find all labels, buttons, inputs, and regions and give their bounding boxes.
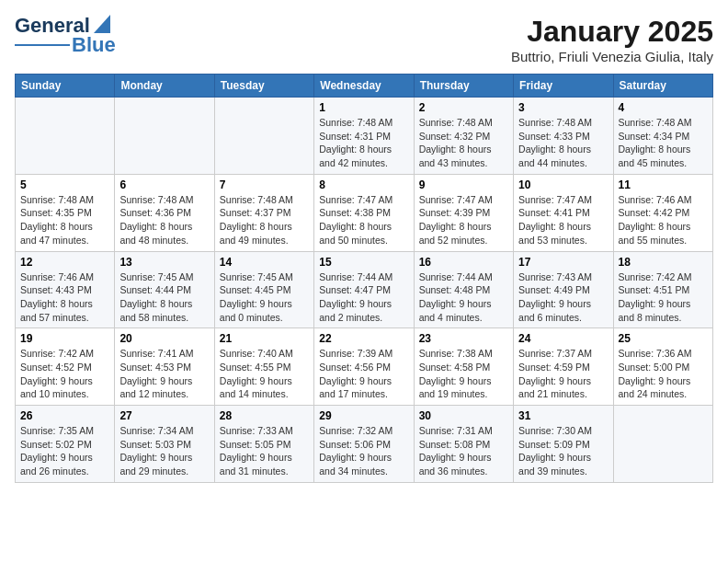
day-number: 7 xyxy=(220,178,309,191)
table-row: 12Sunrise: 7:46 AM Sunset: 4:43 PM Dayli… xyxy=(16,251,115,328)
page-header: General Blue January 2025 Buttrio, Friul… xyxy=(15,15,713,64)
col-saturday: Saturday xyxy=(613,75,712,98)
table-row: 10Sunrise: 7:47 AM Sunset: 4:41 PM Dayli… xyxy=(514,174,613,251)
day-detail: Sunrise: 7:48 AM Sunset: 4:33 PM Dayligh… xyxy=(518,116,608,170)
table-row: 7Sunrise: 7:48 AM Sunset: 4:37 PM Daylig… xyxy=(214,174,313,251)
table-row: 29Sunrise: 7:32 AM Sunset: 5:06 PM Dayli… xyxy=(314,406,414,483)
table-row: 6Sunrise: 7:48 AM Sunset: 4:36 PM Daylig… xyxy=(115,174,214,251)
day-number: 30 xyxy=(419,409,508,422)
table-row: 17Sunrise: 7:43 AM Sunset: 4:49 PM Dayli… xyxy=(514,251,613,328)
day-detail: Sunrise: 7:48 AM Sunset: 4:36 PM Dayligh… xyxy=(119,193,209,247)
day-number: 3 xyxy=(518,101,608,114)
table-row: 22Sunrise: 7:39 AM Sunset: 4:56 PM Dayli… xyxy=(314,328,414,406)
day-number: 31 xyxy=(518,409,608,422)
day-number: 5 xyxy=(20,178,109,191)
table-row: 14Sunrise: 7:45 AM Sunset: 4:45 PM Dayli… xyxy=(214,251,313,328)
day-number: 11 xyxy=(619,178,708,191)
table-row: 8Sunrise: 7:47 AM Sunset: 4:38 PM Daylig… xyxy=(314,174,414,251)
day-detail: Sunrise: 7:48 AM Sunset: 4:32 PM Dayligh… xyxy=(419,116,508,170)
day-detail: Sunrise: 7:48 AM Sunset: 4:34 PM Dayligh… xyxy=(619,116,708,170)
day-number: 28 xyxy=(220,409,309,422)
logo-triangle-icon xyxy=(94,15,110,33)
table-row: 16Sunrise: 7:44 AM Sunset: 4:48 PM Dayli… xyxy=(414,251,513,328)
calendar-week-row: 5Sunrise: 7:48 AM Sunset: 4:35 PM Daylig… xyxy=(16,174,713,251)
day-detail: Sunrise: 7:48 AM Sunset: 4:37 PM Dayligh… xyxy=(220,193,309,247)
day-detail: Sunrise: 7:47 AM Sunset: 4:39 PM Dayligh… xyxy=(419,193,508,247)
day-detail: Sunrise: 7:47 AM Sunset: 4:41 PM Dayligh… xyxy=(518,193,608,247)
day-number: 15 xyxy=(319,256,408,269)
table-row: 5Sunrise: 7:48 AM Sunset: 4:35 PM Daylig… xyxy=(16,174,115,251)
table-row: 25Sunrise: 7:36 AM Sunset: 5:00 PM Dayli… xyxy=(613,328,712,406)
table-row: 27Sunrise: 7:34 AM Sunset: 5:03 PM Dayli… xyxy=(115,406,214,483)
svg-marker-0 xyxy=(94,15,110,33)
day-detail: Sunrise: 7:38 AM Sunset: 4:58 PM Dayligh… xyxy=(419,347,508,401)
table-row xyxy=(214,98,313,175)
col-tuesday: Tuesday xyxy=(214,75,313,98)
table-row: 21Sunrise: 7:40 AM Sunset: 4:55 PM Dayli… xyxy=(214,328,313,406)
day-detail: Sunrise: 7:37 AM Sunset: 4:59 PM Dayligh… xyxy=(518,347,608,401)
day-number: 27 xyxy=(119,409,209,422)
table-row: 15Sunrise: 7:44 AM Sunset: 4:47 PM Dayli… xyxy=(314,251,414,328)
col-friday: Friday xyxy=(514,75,613,98)
table-row: 23Sunrise: 7:38 AM Sunset: 4:58 PM Dayli… xyxy=(414,328,513,406)
day-detail: Sunrise: 7:45 AM Sunset: 4:44 PM Dayligh… xyxy=(119,270,209,325)
day-detail: Sunrise: 7:32 AM Sunset: 5:06 PM Dayligh… xyxy=(319,424,408,478)
table-row: 20Sunrise: 7:41 AM Sunset: 4:53 PM Dayli… xyxy=(115,328,214,406)
col-sunday: Sunday xyxy=(16,75,115,98)
table-row: 1Sunrise: 7:48 AM Sunset: 4:31 PM Daylig… xyxy=(314,98,414,175)
col-thursday: Thursday xyxy=(414,75,513,98)
table-row: 24Sunrise: 7:37 AM Sunset: 4:59 PM Dayli… xyxy=(514,328,613,406)
day-number: 24 xyxy=(518,332,608,345)
calendar-header-row: Sunday Monday Tuesday Wednesday Thursday… xyxy=(16,75,713,98)
day-detail: Sunrise: 7:46 AM Sunset: 4:42 PM Dayligh… xyxy=(619,193,708,247)
day-detail: Sunrise: 7:45 AM Sunset: 4:45 PM Dayligh… xyxy=(220,270,309,325)
day-number: 8 xyxy=(319,178,408,191)
calendar-title-block: January 2025 Buttrio, Friuli Venezia Giu… xyxy=(511,15,713,64)
table-row xyxy=(16,98,115,175)
day-number: 1 xyxy=(319,101,408,114)
table-row: 4Sunrise: 7:48 AM Sunset: 4:34 PM Daylig… xyxy=(613,98,712,175)
day-number: 18 xyxy=(619,256,708,269)
day-number: 21 xyxy=(220,332,309,345)
day-detail: Sunrise: 7:48 AM Sunset: 4:35 PM Dayligh… xyxy=(20,193,109,247)
table-row: 18Sunrise: 7:42 AM Sunset: 4:51 PM Dayli… xyxy=(613,251,712,328)
calendar-week-row: 26Sunrise: 7:35 AM Sunset: 5:02 PM Dayli… xyxy=(16,406,713,483)
day-detail: Sunrise: 7:35 AM Sunset: 5:02 PM Dayligh… xyxy=(20,424,109,478)
calendar-title: January 2025 xyxy=(511,15,713,49)
day-detail: Sunrise: 7:47 AM Sunset: 4:38 PM Dayligh… xyxy=(319,193,408,247)
day-detail: Sunrise: 7:46 AM Sunset: 4:43 PM Dayligh… xyxy=(20,270,109,325)
calendar-week-row: 19Sunrise: 7:42 AM Sunset: 4:52 PM Dayli… xyxy=(16,328,713,406)
day-number: 26 xyxy=(20,409,109,422)
day-number: 22 xyxy=(319,332,408,345)
day-detail: Sunrise: 7:44 AM Sunset: 4:47 PM Dayligh… xyxy=(319,270,408,325)
calendar-week-row: 12Sunrise: 7:46 AM Sunset: 4:43 PM Dayli… xyxy=(16,251,713,328)
day-number: 4 xyxy=(619,101,708,114)
table-row: 28Sunrise: 7:33 AM Sunset: 5:05 PM Dayli… xyxy=(214,406,313,483)
table-row: 3Sunrise: 7:48 AM Sunset: 4:33 PM Daylig… xyxy=(514,98,613,175)
day-detail: Sunrise: 7:30 AM Sunset: 5:09 PM Dayligh… xyxy=(518,424,608,478)
day-number: 20 xyxy=(119,332,209,345)
table-row xyxy=(613,406,712,483)
calendar-week-row: 1Sunrise: 7:48 AM Sunset: 4:31 PM Daylig… xyxy=(16,98,713,175)
day-number: 25 xyxy=(619,332,708,345)
day-number: 17 xyxy=(518,256,608,269)
calendar-table: Sunday Monday Tuesday Wednesday Thursday… xyxy=(15,74,713,483)
table-row: 19Sunrise: 7:42 AM Sunset: 4:52 PM Dayli… xyxy=(16,328,115,406)
day-detail: Sunrise: 7:44 AM Sunset: 4:48 PM Dayligh… xyxy=(419,270,508,325)
day-number: 29 xyxy=(319,409,408,422)
table-row: 31Sunrise: 7:30 AM Sunset: 5:09 PM Dayli… xyxy=(514,406,613,483)
day-detail: Sunrise: 7:41 AM Sunset: 4:53 PM Dayligh… xyxy=(119,347,209,401)
table-row: 30Sunrise: 7:31 AM Sunset: 5:08 PM Dayli… xyxy=(414,406,513,483)
day-number: 10 xyxy=(518,178,608,191)
table-row: 11Sunrise: 7:46 AM Sunset: 4:42 PM Dayli… xyxy=(613,174,712,251)
day-number: 12 xyxy=(20,256,109,269)
day-detail: Sunrise: 7:42 AM Sunset: 4:51 PM Dayligh… xyxy=(619,270,708,325)
col-monday: Monday xyxy=(115,75,214,98)
day-detail: Sunrise: 7:42 AM Sunset: 4:52 PM Dayligh… xyxy=(20,347,109,401)
calendar-subtitle: Buttrio, Friuli Venezia Giulia, Italy xyxy=(511,49,713,64)
day-number: 13 xyxy=(119,256,209,269)
day-detail: Sunrise: 7:48 AM Sunset: 4:31 PM Dayligh… xyxy=(319,116,408,170)
table-row: 2Sunrise: 7:48 AM Sunset: 4:32 PM Daylig… xyxy=(414,98,513,175)
logo: General Blue xyxy=(15,15,116,57)
day-detail: Sunrise: 7:40 AM Sunset: 4:55 PM Dayligh… xyxy=(220,347,309,401)
